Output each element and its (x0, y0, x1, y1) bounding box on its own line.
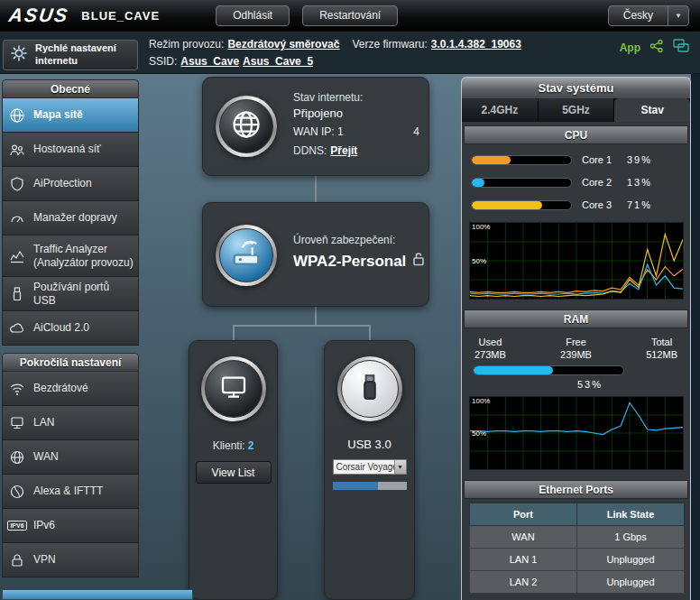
sidebar-item-label: AiProtection (33, 177, 92, 189)
sidebar-item-wireless[interactable]: Bezdrátové (2, 372, 139, 406)
ssid-label: SSID: (149, 55, 177, 68)
ram-info-row: Used 273MB Free 239MB Total 512MB (462, 332, 690, 362)
wan-ip-label: WAN IP: 1 (293, 125, 344, 138)
gauge-icon (7, 210, 27, 226)
ssid-line: SSID:Asus_CaveAsus_Cave_5 (149, 55, 313, 68)
ram-usage-graph: 100% 50% (469, 396, 684, 470)
cpu-core-row: Core 1 39% (462, 148, 690, 171)
sidebar-item-alexa-ifttt[interactable]: Alexa & IFTTT (2, 475, 139, 509)
tab-status[interactable]: Stav (614, 98, 690, 122)
clients-card[interactable]: Klienti:2 View List (189, 340, 278, 600)
mode-link[interactable]: Bezdrátový směrovač (227, 38, 339, 51)
internet-status-card[interactable]: Stav internetu: Připojeno WAN IP: 1 4 DD… (202, 77, 429, 176)
cpu-core-row: Core 2 13% (462, 171, 690, 193)
ram-bar-wrap (462, 362, 690, 375)
sidebar-item-lan[interactable]: LAN (2, 406, 139, 440)
sidebar-item-partial[interactable] (2, 589, 193, 600)
wire-router-branch (315, 307, 317, 326)
sidebar-item-usb-application[interactable]: Používání portů USB (2, 277, 139, 311)
quick-setup-label: Rychlé nastavení internetu (35, 42, 116, 68)
logout-button[interactable]: Odhlásit (216, 5, 290, 26)
graph-ylabel-100: 100% (472, 398, 490, 405)
cpu-core1-bar (471, 155, 572, 165)
system-status-body: CPU Core 1 39% Core 2 13% Core 3 (461, 122, 691, 600)
wan-ip-row: WAN IP: 1 4 (293, 125, 419, 138)
cpu-usage-graph: 100% 50% (469, 222, 684, 300)
sidebar-item-vpn[interactable]: VPN (2, 543, 139, 577)
scrollbar-track[interactable] (691, 32, 700, 600)
sidebar-item-label: IPv6 (33, 519, 55, 531)
sidebar-item-ipv6[interactable]: IPV6 IPv6 (2, 509, 139, 543)
firmware-label: Verze firmwaru: (352, 38, 427, 51)
ssid-24-link[interactable]: Asus_Cave (180, 55, 239, 68)
alexa-icon (7, 484, 27, 500)
view-list-button[interactable]: View List (196, 461, 272, 484)
language-select[interactable]: Česky ▼ (608, 5, 689, 26)
firmware-link[interactable]: 3.0.1.4.382_19063 (431, 38, 521, 51)
ddns-row: DDNS:Přejít (293, 144, 419, 157)
sidebar-item-traffic-analyzer[interactable]: Traffic Analyzer (Analyzátor provozu) (2, 235, 139, 277)
ssid-5-link[interactable]: Asus_Cave_5 (243, 55, 313, 68)
graph-ylabel-50: 50% (472, 430, 486, 438)
lan-monitor-icon (7, 415, 27, 431)
clients-count-row: Klienti:2 (189, 439, 277, 452)
sidebar-item-guest-network[interactable]: Hostovaná síť (2, 133, 139, 167)
table-header-row: Port Link State (470, 503, 685, 526)
dual-screen-icon[interactable] (673, 39, 689, 57)
cpu-core3-percent: 71% (627, 199, 652, 210)
cpu-core1-label: Core 1 (582, 154, 627, 165)
usb-card[interactable]: USB 3.0 Corsair Voyage ▼ (324, 340, 415, 600)
globe-icon (230, 108, 262, 144)
sidebar-item-wan[interactable]: WAN (2, 440, 139, 475)
usb-device-select[interactable]: Corsair Voyage ▼ (333, 459, 407, 475)
router-security-card[interactable]: Úroveň zabezpečení: WPA2-Personal (202, 202, 429, 307)
usb-usage-fill (333, 482, 379, 490)
usb-badge (337, 356, 402, 421)
cpu-core-row: Core 3 71% (462, 193, 690, 216)
ram-section-title: RAM (464, 309, 688, 328)
guest-network-icon (7, 142, 27, 158)
security-level-value: WPA2-Personal (293, 252, 425, 271)
sidebar-item-label: Používání portů USB (33, 281, 134, 307)
monitor-icon (217, 371, 250, 407)
ethernet-section-title: Ethernet Ports (464, 480, 688, 499)
cpu-core2-label: Core 2 (582, 177, 627, 188)
usb-drive-icon (355, 372, 385, 406)
chevron-down-icon: ▼ (668, 6, 688, 25)
ram-usage-fill (474, 366, 553, 374)
sidebar-item-label: Traffic Analyzer (Analyzátor provozu) (33, 243, 134, 269)
tab-5ghz[interactable]: 5GHz (539, 98, 615, 122)
sidebar-item-label: WAN (33, 450, 59, 463)
sidebar-item-traffic-manager[interactable]: Manažer dopravy (2, 201, 139, 235)
ram-free: Free 239MB (560, 337, 592, 360)
sidebar-item-aicloud[interactable]: AiCloud 2.0 (2, 311, 139, 346)
network-map-icon (7, 107, 27, 124)
usb-icon (7, 286, 27, 302)
operation-mode-line: Režim provozu:Bezdrátový směrovačVerze f… (149, 38, 521, 51)
sidebar-item-network-map[interactable]: Mapa sítě (2, 98, 139, 133)
sidebar-item-label: Bezdrátové (33, 382, 88, 394)
system-status-tabs: 2.4GHz 5GHz Stav (461, 98, 691, 122)
cpu-core1-fill (472, 156, 511, 164)
reboot-button[interactable]: Restartování (302, 5, 398, 26)
sidebar-item-aiprotection[interactable]: AiProtection (2, 167, 139, 201)
ipv6-icon: IPV6 (7, 521, 27, 531)
device-name: BLUE_CAVE (81, 9, 160, 23)
ddns-go-link[interactable]: Přejít (330, 144, 357, 157)
internet-status-label: Stav internetu: (293, 91, 419, 104)
clients-count: 2 (248, 439, 254, 452)
language-label: Česky (609, 9, 668, 22)
quick-setup-button[interactable]: Rychlé nastavení internetu (3, 40, 138, 70)
router-badge (216, 225, 277, 286)
wifi-icon (7, 381, 27, 397)
wire-branch-clients (233, 325, 235, 341)
tab-24ghz[interactable]: 2.4GHz (462, 98, 539, 122)
graph-ylabel-50: 50% (472, 258, 486, 265)
app-link[interactable]: App (620, 42, 640, 54)
mode-label: Režim provozu: (149, 38, 224, 51)
clients-badge (201, 356, 266, 421)
infobar-icons: App (620, 39, 689, 57)
share-nodes-icon[interactable] (649, 39, 664, 57)
quick-setup-icon (9, 43, 29, 67)
cpu-core3-bar (471, 200, 572, 210)
